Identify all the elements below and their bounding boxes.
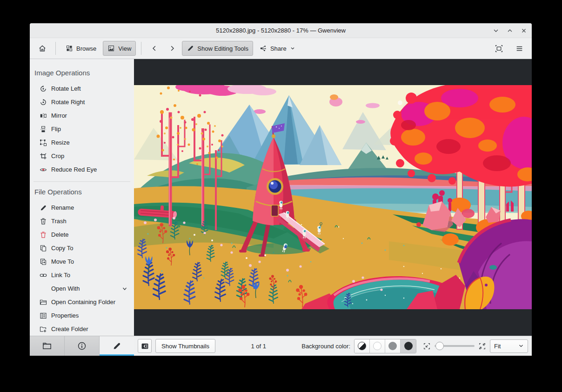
item-label: Open Containing Folder [51,299,115,306]
sidebar-item-copy-to[interactable]: Copy To [30,241,134,255]
statusbar: Show Thumbnails 1 of 1 Background color: [134,336,532,356]
toolbar-separator [55,42,56,55]
main-toolbar: Browse View Show Editing Tools Share [30,38,532,59]
sidebar-item-mirror[interactable]: Mirror [30,109,134,122]
browse-label: Browse [76,45,96,52]
mirror-icon [40,112,47,120]
zoom-original-icon[interactable] [478,342,486,350]
show-editing-tools-button[interactable]: Show Editing Tools [182,41,253,56]
chevron-right-icon [168,45,176,52]
maximize-icon[interactable] [507,27,513,34]
zoom-slider-handle[interactable] [435,342,444,350]
toolbar-separator [141,42,141,55]
zoom-fit-icon[interactable] [423,342,431,350]
sidebar-item-rotate-right[interactable]: Rotate Right [30,95,134,109]
sidebar-tabbar [30,336,134,356]
sidebar-item-resize[interactable]: Resize [30,136,134,149]
view-image-icon [107,45,115,52]
crop-icon [40,153,47,160]
item-label: Flip [51,126,61,133]
swatch-auto[interactable] [355,339,370,353]
section-divider [33,181,130,182]
home-button[interactable] [34,41,50,56]
rotate-right-icon [40,99,47,106]
zoom-mode-select[interactable]: Fit [490,339,528,353]
go-back-button[interactable] [147,41,162,56]
section-title-file-operations: File Operations [34,188,134,196]
folder-open-icon [40,299,47,306]
go-forward-button[interactable] [164,41,180,56]
chevron-down-icon [121,286,128,292]
minimize-icon[interactable] [493,27,499,34]
background-color-label: Background color: [301,343,350,350]
sidebar-item-flip[interactable]: Flip [30,122,134,136]
window-title: 5120x2880.jpg - 5120x2880 - 17% — Gwenvi… [216,27,346,34]
sidebar-collapse-icon [141,342,149,350]
sidebar-item-create-folder[interactable]: Create Folder [30,322,134,336]
folder-new-icon [40,326,47,333]
window-controls [493,23,527,38]
sidebar: Image Operations Rotate Left Rotate Righ… [30,59,134,356]
tab-folders[interactable] [30,336,65,356]
item-label: Crop [51,153,64,159]
swatch-white[interactable] [370,339,385,353]
sidebar-item-open-containing-folder[interactable]: Open Containing Folder [30,295,134,309]
delete-red-trash-icon [40,231,47,239]
item-label: Reduce Red Eye [51,166,97,173]
item-label: Delete [51,231,69,238]
view-label: View [118,45,131,52]
zoom-mode-value: Fit [494,343,501,350]
sidebar-item-rotate-left[interactable]: Rotate Left [30,82,134,95]
hamburger-icon [515,45,523,53]
image-canvas[interactable] [134,59,532,336]
close-icon[interactable] [521,27,527,34]
pencil-icon [187,45,194,52]
sidebar-item-reduce-red-eye[interactable]: Reduce Red Eye [30,163,134,176]
sidebar-item-properties[interactable]: Properties [30,309,134,322]
view-button[interactable]: View [103,41,136,56]
item-label: Rename [51,204,74,211]
tab-information[interactable] [65,336,100,356]
image-counter: 1 of 1 [219,343,298,350]
sidebar-item-rename[interactable]: Rename [30,201,134,214]
show-editing-tools-label: Show Editing Tools [197,45,248,52]
menu-button[interactable] [511,41,527,56]
tab-edit[interactable] [100,336,134,356]
auto-color-dot [358,342,366,350]
item-label: Link To [51,272,70,279]
swatch-black[interactable] [401,339,416,353]
red-eye-icon [40,166,47,173]
resize-icon [40,139,47,146]
folder-icon [42,341,52,351]
home-icon [38,44,47,53]
share-label: Share [270,45,287,52]
swatch-gray[interactable] [385,339,401,353]
chevron-left-icon [151,45,158,52]
share-button[interactable]: Share [255,41,300,56]
item-label: Rotate Left [51,85,81,92]
gwenview-window: 5120x2880.jpg - 5120x2880 - 17% — Gwenvi… [30,23,532,356]
black-color-dot [404,342,413,350]
link-icon [40,272,47,279]
show-thumbnails-button[interactable]: Show Thumbnails [155,339,215,353]
item-label: Create Folder [51,326,88,332]
section-title-image-operations: Image Operations [34,69,134,77]
item-label: Properties [51,312,79,319]
item-label: Open With [51,285,80,292]
properties-icon [40,312,47,319]
sidebar-item-move-to[interactable]: Move To [30,255,134,268]
rotate-left-icon [40,85,47,93]
zoom-slider[interactable] [435,342,475,350]
sidebar-item-crop[interactable]: Crop [30,149,134,163]
sidebar-item-delete[interactable]: Delete [30,228,134,241]
titlebar[interactable]: 5120x2880.jpg - 5120x2880 - 17% — Gwenvi… [30,23,532,38]
sidebar-item-open-with[interactable]: Open With [30,282,134,295]
sidebar-item-trash[interactable]: Trash [30,214,134,228]
item-label: Resize [51,139,70,146]
sidebar-item-link-to[interactable]: Link To [30,268,134,282]
fullscreen-button[interactable] [491,41,507,56]
browse-grid-icon [66,45,73,52]
toggle-sidebar-button[interactable] [138,339,152,353]
browse-button[interactable]: Browse [61,41,101,56]
white-color-dot [373,342,381,350]
